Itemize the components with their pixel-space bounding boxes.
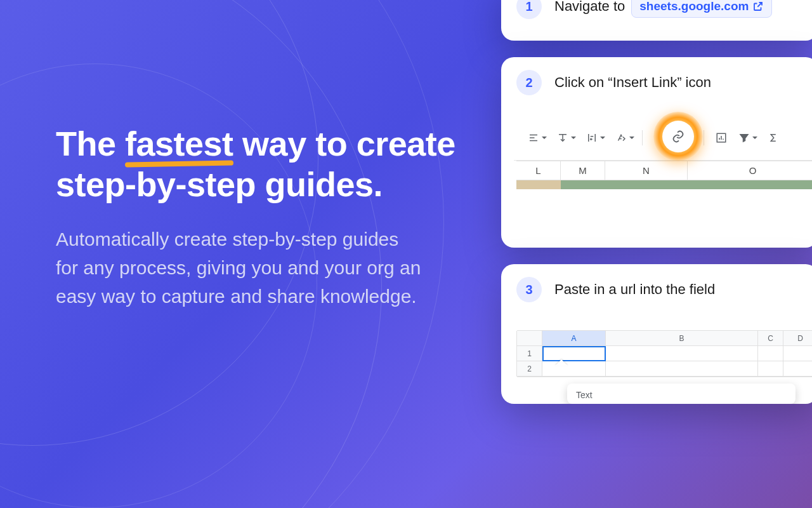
step-title: Paste in a url into the field: [554, 281, 715, 298]
click-highlight: [653, 112, 703, 161]
step-screenshot: A B C D 1 2: [501, 314, 812, 404]
align-vertical-icon[interactable]: [552, 127, 573, 149]
nav-link-chip[interactable]: sheets.google.com: [631, 0, 772, 18]
step-number: 2: [516, 70, 542, 95]
column-header[interactable]: D: [783, 331, 812, 346]
active-cell[interactable]: [542, 346, 606, 361]
hero: The fastest way to create step-by-step g…: [56, 124, 462, 311]
column-header[interactable]: C: [758, 331, 783, 346]
step-screenshot: L M N O: [501, 107, 812, 248]
insert-chart-icon[interactable]: [710, 127, 732, 149]
hero-title: The fastest way to create step-by-step g…: [56, 124, 462, 204]
column-header[interactable]: M: [561, 161, 605, 180]
column-headers: L M N O: [516, 161, 812, 180]
align-horizontal-icon[interactable]: [523, 127, 544, 149]
sheets-toolbar: [514, 116, 812, 161]
cell[interactable]: [783, 361, 812, 377]
functions-icon[interactable]: [763, 127, 784, 149]
spreadsheet-mini: A B C D 1 2: [516, 330, 812, 377]
cell[interactable]: [542, 361, 606, 377]
cell[interactable]: [758, 361, 783, 377]
insert-link-icon[interactable]: [671, 130, 685, 144]
column-header[interactable]: B: [606, 331, 758, 346]
cell[interactable]: [606, 361, 758, 377]
text-wrap-icon[interactable]: [581, 127, 603, 149]
step-title: Click on “Insert Link” icon: [554, 74, 711, 91]
step-number: 3: [516, 277, 542, 302]
steps-column: 1 Navigate to sheets.google.com 2 Click …: [501, 0, 812, 404]
cell[interactable]: [783, 346, 812, 361]
column-header[interactable]: L: [516, 161, 561, 180]
step-card-3: 3 Paste in a url into the field A B C D …: [501, 264, 812, 404]
column-header[interactable]: N: [605, 161, 688, 180]
external-link-icon: [752, 1, 764, 12]
row-color-band: [516, 180, 812, 189]
row-header[interactable]: 2: [517, 361, 542, 377]
select-all-corner[interactable]: [517, 331, 542, 346]
step-card-1: 1 Navigate to sheets.google.com: [501, 0, 812, 41]
step-card-2: 2 Click on “Insert Link” icon: [501, 57, 812, 248]
hero-emphasis: fastest: [125, 124, 233, 164]
row-header[interactable]: 1: [517, 346, 542, 361]
column-header[interactable]: A: [542, 331, 606, 346]
cell[interactable]: [758, 346, 783, 361]
link-popover[interactable]: Text: [567, 384, 796, 404]
popover-label: Text: [576, 390, 593, 400]
cell[interactable]: [606, 346, 758, 361]
step-number: 1: [516, 0, 542, 19]
hero-subtitle: Automatically create step-by-step guides…: [56, 225, 424, 311]
text-rotation-icon[interactable]: [610, 127, 632, 149]
column-header[interactable]: O: [688, 161, 812, 180]
filter-icon[interactable]: [733, 127, 755, 149]
step-title: Navigate to sheets.google.com: [554, 0, 772, 18]
